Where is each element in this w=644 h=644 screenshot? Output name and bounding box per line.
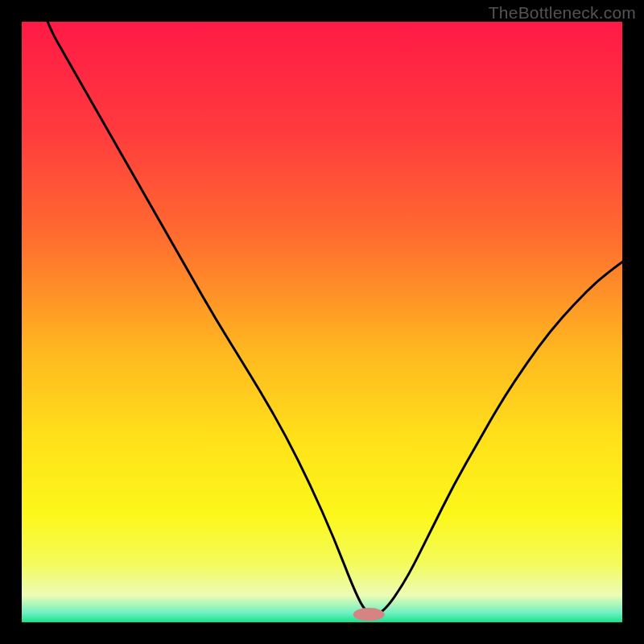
watermark-text: TheBottleneck.com xyxy=(489,3,636,23)
gradient-background xyxy=(22,22,622,622)
bottleneck-chart xyxy=(0,0,644,644)
optimal-point-marker xyxy=(353,608,385,621)
chart-frame: TheBottleneck.com xyxy=(0,0,644,644)
